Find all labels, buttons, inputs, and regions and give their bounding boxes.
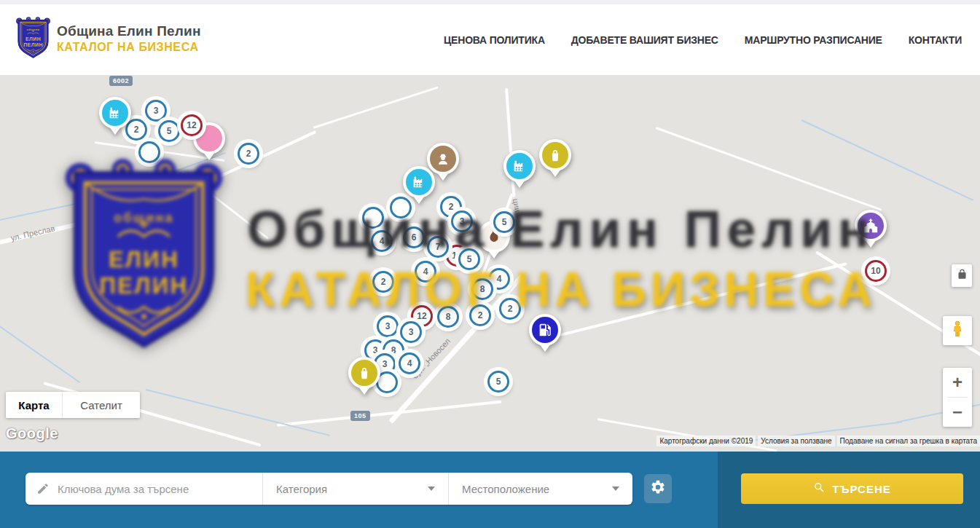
shopping-bag-place-marker[interactable] [539,139,571,178]
cluster-marker[interactable]: 3 [145,100,167,122]
cluster-marker[interactable]: 3 [377,315,399,337]
factory-icon [99,97,131,129]
cluster-marker[interactable]: 5 [458,248,480,270]
svg-text:ПЕЛИН: ПЕЛИН [23,42,43,47]
brand-logo-link[interactable]: община ЕЛИН ПЕЛИН Община Елин Пелин КАТА… [15,16,201,61]
cluster-marker[interactable]: 3 [400,321,422,343]
attribution-terms-link[interactable]: Условия за ползване [758,436,834,446]
cluster-marker[interactable]: 12 [181,114,203,136]
cluster-marker[interactable]: 2 [238,143,259,165]
brand-title: Община Елин Пелин [57,23,201,39]
cluster-marker[interactable]: 2 [372,271,394,293]
cluster-marker[interactable]: 5 [493,211,515,233]
road-line [597,418,777,452]
search-bar: Категория Местоположение ТЪРСЕНЕ [0,452,980,528]
shopping-bag-icon [348,357,380,389]
marker-tail [203,152,215,160]
road-number-badge: 105 [350,411,370,421]
street-label: ул. Преслав [9,224,55,243]
map-attribution: Картографски данни ©2019 Условия за полз… [656,436,980,446]
svg-text:ЕЛИН: ЕЛИН [109,247,179,272]
street-view-lock-button[interactable] [952,264,972,287]
cluster-marker[interactable]: 7 [427,236,449,258]
factory-icon [403,166,435,198]
search-icon [813,481,826,496]
nav-item-route-schedule[interactable]: МАРШРУТНО РАЗПИСАНИЕ [745,34,882,46]
stream-line [146,389,330,436]
marker-tail [109,127,121,135]
marker-tail [514,180,525,188]
cluster-marker[interactable]: 10 [865,260,887,282]
watermark-title: Община Елин Пелин [240,200,882,259]
cluster-marker[interactable]: 5 [158,120,180,142]
cluster-marker[interactable]: 6 [403,226,425,248]
location-select[interactable]: Местоположение [448,473,632,505]
cluster-marker[interactable]: 4 [415,261,436,283]
road-line [655,127,882,211]
fuel-icon [529,314,561,346]
cluster-marker[interactable] [362,207,384,229]
cluster-marker[interactable]: 2 [469,304,491,326]
cluster-marker[interactable]: 3 [451,210,473,232]
filter-box: Категория Местоположение [26,473,632,505]
cluster-marker[interactable]: 2 [499,298,521,320]
road-line [277,401,502,427]
zoom-control: + − [943,368,972,427]
advanced-settings-button[interactable] [644,474,672,503]
marker-tail [865,240,877,248]
marker-tail [549,169,561,177]
brand-subtitle: КАТАЛОГ НА БИЗНЕСА [57,41,201,54]
road-line [0,201,170,246]
factory-place-marker[interactable] [503,150,536,189]
google-logo[interactable]: Google [6,425,58,442]
marker-tail [437,173,449,181]
search-button[interactable]: ТЪРСЕНЕ [741,473,963,504]
nav-item-contacts[interactable]: КОНТАКТИ [909,34,962,46]
map-canvas[interactable]: ул. Преславбул. „Новоселции6002105 32512… [0,76,980,452]
marker-tail [488,251,500,259]
pencil-icon [36,482,50,495]
shopping-bag-place-marker[interactable] [348,357,380,396]
municipality-crest-logo: община ЕЛИН ПЕЛИН [15,16,51,61]
pegman-button[interactable] [943,316,972,345]
attribution-report-error-link[interactable]: Подаване на сигнал за грешка в картата [837,436,980,446]
nav-item-add-business[interactable]: ДОБАВЕТЕ ВАШИЯТ БИЗНЕС [571,34,718,46]
chevron-down-icon [612,486,619,491]
fuel-place-marker[interactable] [529,314,561,353]
cluster-marker[interactable]: 8 [437,306,459,328]
nav-item-pricing[interactable]: ЦЕНОВА ПОЛИТИКА [444,34,545,46]
zoom-out-button[interactable]: − [943,398,972,427]
map-type-satellite-button[interactable]: Сателит [63,392,140,418]
factory-place-marker[interactable] [99,97,131,136]
map-type-map-button[interactable]: Карта [6,392,63,418]
map-type-control: Карта Сателит [6,392,140,418]
road-line [181,170,269,240]
cluster-marker[interactable]: 5 [487,371,509,393]
cluster-marker[interactable]: 8 [471,278,493,300]
lock-icon [957,269,968,283]
street-label: ции [511,198,522,213]
shopping-bag-icon [539,139,571,171]
cluster-marker[interactable] [138,141,160,163]
watermark-subtitle: КАТАЛОГ НА БИЗНЕСА [244,261,878,317]
page: община ЕЛИН ПЕЛИН Община Елин Пелин КАТА… [0,0,980,528]
church-icon [855,210,887,242]
gear-icon [650,479,666,498]
stream-line [0,323,80,383]
category-select[interactable]: Категория [262,473,448,505]
search-button-label: ТЪРСЕНЕ [832,483,891,495]
keyword-search-input[interactable] [26,473,262,505]
marker-tail [413,196,425,204]
svg-text:ПЕЛИН: ПЕЛИН [100,273,189,299]
category-select-value: Категория [276,483,327,495]
factory-place-marker[interactable] [403,166,435,205]
cluster-marker[interactable]: 4 [371,230,393,252]
header: община ЕЛИН ПЕЛИН Община Елин Пелин КАТА… [0,0,980,76]
zoom-in-button[interactable]: + [943,368,972,397]
cluster-marker[interactable]: 4 [399,352,420,374]
svg-text:ЕЛИН: ЕЛИН [26,36,41,42]
keyword-cell [26,473,262,505]
church-place-marker[interactable] [855,210,887,249]
road-line [543,262,847,341]
main-nav: ЦЕНОВА ПОЛИТИКА ДОБАВЕТЕ ВАШИЯТ БИЗНЕС М… [444,4,962,76]
